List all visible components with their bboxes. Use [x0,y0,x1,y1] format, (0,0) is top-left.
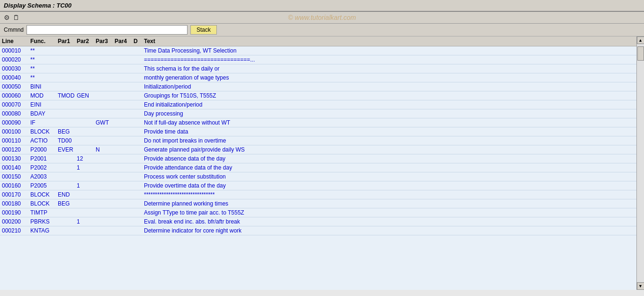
cell-par2 [76,200,95,207]
command-label: Cmmnd [4,27,24,33]
table-row[interactable]: 000180 BLOCK BEG Determine planned worki… [0,199,636,208]
cell-func: BLOCK [28,128,57,135]
table-row[interactable]: 000160 P2005 1 Provide overtime data of … [0,181,636,190]
cell-par3: GWT [95,119,114,126]
cell-func: BINI [28,83,57,90]
cell-par3 [95,47,114,54]
cell-par2: 1 [76,182,95,189]
cell-d [133,74,142,81]
cell-d [133,119,142,126]
cell-par2 [76,65,95,72]
cell-par1: BEG [57,128,76,135]
cell-d [133,137,142,144]
table-row[interactable]: 000130 P2001 12 Provide absence data of … [0,154,636,163]
header-text: Text [142,37,636,45]
cell-par3 [95,74,114,81]
table-row[interactable]: 000010 ** Time Data Processing, WT Selec… [0,46,636,55]
cell-line: 000100 [0,128,28,135]
content-area: Line Func. Par1 Par2 Par3 Par4 D Text 00… [0,36,636,290]
cell-par2 [76,83,95,90]
cell-text: Generate planned pair/provide daily WS [142,146,636,153]
table-row[interactable]: 000050 BINI Initialization/period [0,82,636,91]
cell-par3 [95,227,114,234]
cell-par3 [95,182,114,189]
cell-par1 [57,164,76,171]
table-row[interactable]: 000150 A2003 Process work center substit… [0,172,636,181]
v-scroll-down[interactable]: ▼ [637,282,644,290]
cell-par3 [95,92,114,99]
cell-par4 [114,92,133,99]
v-scroll-thumb[interactable] [637,46,644,61]
cell-par3 [95,137,114,144]
cell-par1 [57,209,76,216]
cell-func: P2002 [28,164,57,171]
v-scroll-up[interactable]: ▲ [637,36,644,44]
cell-par4 [114,182,133,189]
cell-line: 000110 [0,137,28,144]
cell-func: BLOCK [28,200,57,207]
cell-par2 [76,227,95,234]
cell-line: 000040 [0,74,28,81]
cell-par2 [76,47,95,54]
header-par1: Par1 [57,37,76,45]
table-row[interactable]: 000110 ACTIO TD00 Do not import breaks i… [0,136,636,145]
toolbar: ⚙ 🗒 © www.tutorialkart.com [0,12,644,24]
cell-par2 [76,191,95,198]
table-row[interactable]: 000170 BLOCK END ***********************… [0,190,636,199]
cell-par4 [114,110,133,117]
cell-line: 000070 [0,101,28,108]
cell-text: Provide time data [142,128,636,135]
cell-text: Day processing [142,110,636,117]
cell-func: P2005 [28,182,57,189]
command-input[interactable] [27,25,188,35]
cell-line: 000030 [0,65,28,72]
tool-icon-1[interactable]: ⚙ [4,14,10,21]
table-row[interactable]: 000030 ** This schema is for the daily o… [0,64,636,73]
cell-func: A2003 [28,173,57,180]
stack-button[interactable]: Stack [190,25,217,35]
watermark: © www.tutorialkart.com [288,14,356,21]
cell-text: Initialization/period [142,83,636,90]
cell-d [133,209,142,216]
cell-par4 [114,155,133,162]
table-row[interactable]: 000060 MOD TMOD GEN Groupings for T510S,… [0,91,636,100]
cell-par1 [57,110,76,117]
cell-line: 000170 [0,191,28,198]
vertical-scrollbar[interactable]: ▲ ▼ [636,36,644,290]
table-row[interactable]: 000140 P2002 1 Provide attendance data o… [0,163,636,172]
cell-func: KNTAG [28,227,57,234]
table-row[interactable]: 000200 PBRKS 1 Eval. break end inc. abs.… [0,217,636,226]
cell-par3 [95,128,114,135]
table-row[interactable]: 000210 KNTAG Determine indicator for cor… [0,226,636,235]
table-row[interactable]: 000080 BDAY Day processing [0,109,636,118]
cell-par3 [95,191,114,198]
cell-par2: 1 [76,218,95,225]
cell-par2 [76,128,95,135]
cell-text: This schema is for the daily or [142,65,636,72]
cell-d [133,173,142,180]
table-row[interactable]: 000070 EINI End initialization/period [0,100,636,109]
v-scroll-track[interactable] [637,44,644,282]
table-row[interactable]: 000040 ** monthly generation of wage typ… [0,73,636,82]
command-bar: Cmmnd Stack [0,24,644,36]
cell-text: Time Data Processing, WT Selection [142,47,636,54]
cell-par4 [114,83,133,90]
cell-line: 000060 [0,92,28,99]
cell-line: 000180 [0,200,28,207]
cell-line: 000200 [0,218,28,225]
cell-par2 [76,137,95,144]
cell-par1 [57,227,76,234]
cell-line: 000210 [0,227,28,234]
cell-func: EINI [28,101,57,108]
table-row[interactable]: 000090 IF GWT Not if full-day absence wi… [0,118,636,127]
cell-par4 [114,47,133,54]
table-row[interactable]: 000020 ** ==============================… [0,55,636,64]
cell-text: Do not import breaks in overtime [142,137,636,144]
table-row[interactable]: 000120 P2000 EVER N Generate planned pai… [0,145,636,154]
cell-text: Determine planned working times [142,200,636,207]
cell-func: TIMTP [28,209,57,216]
tool-icon-2[interactable]: 🗒 [13,14,19,21]
table-row[interactable]: 000190 TIMTP Assign TType to time pair a… [0,208,636,217]
table-row[interactable]: 000100 BLOCK BEG Provide time data [0,127,636,136]
cell-text: monthly generation of wage types [142,74,636,81]
